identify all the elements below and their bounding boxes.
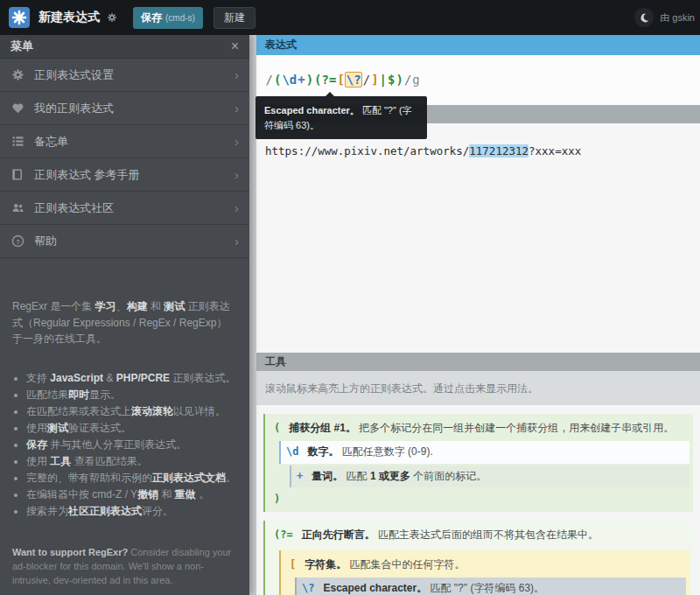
sidebar-item-community[interactable]: 正则表达式社区 › [0,192,249,225]
dark-mode-toggle[interactable] [634,8,654,27]
token: \? [302,582,314,594]
community-icon [10,201,25,214]
feature-item: 在编辑器中按 cmd-Z / Y撤销 和 重做 。 [26,486,241,502]
tools-header: 工具 [256,353,700,371]
token: \d [286,445,298,458]
menu-header: 菜单 × [0,35,249,59]
topbar-right: 由 gskin [634,8,691,27]
heart-icon [10,102,25,115]
feature-item: 匹配结果即时显示。 [26,387,241,402]
token: [ [290,558,296,570]
tools-description: 滚动鼠标来高亮上方的正则表达式。通过点击来显示用法。 [256,371,700,405]
save-button[interactable]: 保存 (cmd-s) [133,7,203,29]
chevron-right-icon: › [234,101,239,116]
token-tooltip: Escaped character。 匹配 "?" (字符编码 63)。 [256,96,427,139]
feature-item: 在匹配结果或表达式上滚动滚轮以见详情。 [26,403,241,419]
sidebar-item-label: 备忘单 [34,134,234,150]
feature-item: 支持 JavaScript & PHP/PCRE 正则表达式。 [26,370,241,386]
account-link[interactable]: 由 gskin [660,11,695,24]
explain-group-charset: [ 字符集。 匹配集合中的任何字符。 \? Escaped character。… [279,550,690,595]
explain-row-quantifier[interactable]: + 量词。 匹配 1 或更多 个前面的标记。 [290,466,690,487]
regexr-app: 新建表达式 保存 (cmd-s) 新建 由 gskin 菜单 × 正则表达式设置… [0,0,700,595]
cheatsheet-icon [10,135,25,148]
explain-row-escaped-char-selected[interactable]: \? Escaped character。 匹配 "?" (字符编码 63)。 [295,578,686,595]
sidebar-item-label: 正则表达式 参考手册 [34,167,234,183]
chevron-right-icon: › [234,234,239,248]
feature-item: 搜索并为社区正则表达式评分。 [26,503,241,519]
sidebar-intro-text: RegExr 是一个集 学习、构建 和 测试 正则表达式（Regular Exp… [12,298,235,347]
token: ) [274,493,280,505]
feature-item: 使用 工具 查看匹配结果。 [26,453,241,469]
sidebar-menu: 菜单 × 正则表达式设置 › 我的正则表达式 › 备忘单 › [0,35,249,595]
regexr-logo[interactable] [9,7,30,28]
chevron-right-icon: › [234,200,239,215]
chevron-right-icon: › [234,67,239,82]
chevron-right-icon: › [234,134,239,149]
ad-support-text: Want to support RegExr? Consider disabli… [12,546,234,588]
token: (?= [274,528,293,541]
help-icon: ? [10,234,25,248]
token-description: 正向先行断言。 匹配主表达式后面的组而不将其包含在结果中。 [302,528,598,542]
token: ( [274,422,280,434]
top-bar: 新建表达式 保存 (cmd-s) 新建 由 gskin [0,0,700,35]
menu-title: 菜单 [10,38,231,54]
sidebar-item-settings[interactable]: 正则表达式设置 › [0,59,249,92]
test-text-input[interactable]: https://www.pixiv.net/artworks/117212312… [256,123,700,353]
feature-item: 保存 并与其他人分享正则表达式。 [26,437,241,452]
svg-text:?: ? [16,238,20,246]
sidebar-item-cheatsheet[interactable]: 备忘单 › [0,125,249,158]
sidebar-item-label: 我的正则表达式 [34,101,234,116]
new-button[interactable]: 新建 [214,7,256,29]
token: + [297,470,303,482]
token-description: 量词。 匹配 1 或更多 个前面的标记。 [312,469,486,484]
close-icon[interactable]: × [231,39,239,53]
explain-row-digit[interactable]: \d 数字。 匹配任意数字 (0-9). [279,441,690,463]
title-gear-icon[interactable] [107,12,117,23]
expression-header: 表达式 [256,35,700,55]
sidebar-item-label: 帮助 [34,234,234,249]
explain-group-lookahead: (?= 正向先行断言。 匹配主表达式后面的组而不将其包含在结果中。 [ 字符集。… [263,521,693,595]
expression-header-label: 表达式 [265,38,297,52]
sidebar-item-help[interactable]: ? 帮助 › [0,225,249,258]
feature-item: 使用测试验证表达式。 [26,420,241,436]
explain-row-lookahead[interactable]: (?= 正向先行断言。 匹配主表达式后面的组而不将其包含在结果中。 [269,524,690,546]
token-description: 捕获分组 #1。 把多个标记分在同一组并创建一个捕获分组，用来创建子串或引用。 [289,421,674,436]
explain-panel: ( 捕获分组 #1。 把多个标记分在同一组并创建一个捕获分组，用来创建子串或引用… [256,405,700,595]
sidebar-item-label: 正则表达式设置 [34,67,234,83]
save-shortcut-hint: (cmd-s) [165,13,195,23]
chevron-right-icon: › [234,167,239,182]
save-label: 保存 [141,10,162,25]
book-icon [10,168,25,181]
sidebar-item-label: 正则表达式社区 [34,200,234,216]
explain-row-charset[interactable]: [ 字符集。 匹配集合中的任何字符。 [284,554,686,576]
explain-row-group-close[interactable]: ) [269,489,690,508]
token-description: Escaped character。 匹配 "?" (字符编码 63)。 [323,581,544,595]
token-description: 字符集。 匹配集合中的任何字符。 [304,557,465,572]
pattern-title[interactable]: 新建表达式 [38,10,100,25]
tools-header-label: 工具 [265,354,286,369]
expression-tokens: /(\d+)(?=[\?/]|$)/g [256,55,700,87]
moon-icon [639,12,650,24]
feature-item: 完整的、带有帮助和示例的正则表达式文档。 [26,470,241,486]
explain-row-group-open[interactable]: ( 捕获分组 #1。 把多个标记分在同一组并创建一个捕获分组，用来创建子串或引用… [269,417,690,439]
sidebar-item-reference[interactable]: 正则表达式 参考手册 › [0,158,249,192]
token-description: 数字。 匹配任意数字 (0-9). [307,444,432,459]
gear-icon [10,68,25,81]
sidebar-item-my-patterns[interactable]: 我的正则表达式 › [0,92,249,125]
sidebar-feature-list: 支持 JavaScript & PHP/PCRE 正则表达式。 匹配结果即时显示… [12,370,241,519]
explain-group-capture: ( 捕获分组 #1。 把多个标记分在同一组并创建一个捕获分组，用来创建子串或引用… [263,414,693,512]
